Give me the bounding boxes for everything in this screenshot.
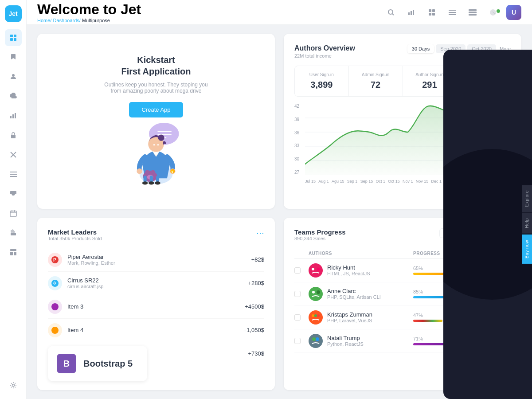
svg-rect-3 xyxy=(14,38,16,41)
anne-tech: PHP, SQLite, Artisan CLI xyxy=(327,294,381,300)
svg-point-73 xyxy=(309,287,323,301)
ricky-author: Ricky Hunt HTML, JS, ReactJS xyxy=(309,263,413,278)
sidebar-item-list[interactable] xyxy=(5,166,22,183)
svg-point-44 xyxy=(145,170,150,175)
tab-30days[interactable]: 30 Days xyxy=(407,44,434,53)
market-item-piper: P Piper Aerostar Mark, Rowling, Esther +… xyxy=(48,248,264,272)
kickstart-title: Kickstart First Application xyxy=(121,54,191,77)
sidebar-item-bookmark[interactable] xyxy=(5,49,22,66)
item3-icon xyxy=(48,300,62,314)
item4-info: Item 4 xyxy=(67,327,243,333)
stat-admin-signin: Admin Sign-in 72 xyxy=(349,66,403,96)
cirrus-sub: cirrus-aircraft.jsp xyxy=(67,284,248,289)
svg-rect-8 xyxy=(11,135,16,138)
svg-rect-5 xyxy=(10,116,12,118)
teams-title: Teams Progress xyxy=(294,228,346,236)
sidebar-item-puzzle[interactable] xyxy=(5,224,22,241)
svg-point-39 xyxy=(137,168,142,174)
sidebar-item-lock[interactable] xyxy=(5,127,22,144)
svg-rect-26 xyxy=(469,9,477,11)
svg-rect-10 xyxy=(10,174,17,175)
avatar[interactable]: U xyxy=(506,5,521,20)
sidebar-item-user[interactable] xyxy=(5,68,22,85)
svg-point-72 xyxy=(317,268,320,270)
dark-panel: Explore Help Buy now xyxy=(443,50,532,399)
svg-point-38 xyxy=(157,144,159,146)
kristaps-tech: PHP, Laravel, VueJS xyxy=(327,318,372,323)
sidebar-item-template[interactable] xyxy=(5,244,22,261)
sidebar-item-close[interactable] xyxy=(5,146,22,163)
header: Welcome to Jet Home/ Dashboards/ Multipu… xyxy=(27,0,532,25)
svg-rect-14 xyxy=(10,249,16,251)
item3-name: Item 3 xyxy=(67,303,245,310)
svg-point-65 xyxy=(51,303,59,310)
explore-tab[interactable]: Explore xyxy=(522,185,532,212)
kristaps-author: Kristaps Zumman PHP, Laravel, VueJS xyxy=(309,310,413,325)
svg-point-71 xyxy=(312,268,314,270)
svg-rect-1 xyxy=(14,35,16,37)
market-title-area: Market Leaders Total 350k Products Sold xyxy=(48,228,102,241)
illustration: $ xyxy=(121,117,192,188)
sidebar-item-cloud[interactable] xyxy=(5,88,22,105)
stat-user-signin-label: User Sign-in xyxy=(300,72,343,77)
svg-rect-2 xyxy=(10,38,13,41)
ricky-checkbox[interactable] xyxy=(294,267,301,274)
svg-point-76 xyxy=(309,310,323,325)
market-title: Market Leaders xyxy=(48,228,102,236)
svg-rect-9 xyxy=(10,172,17,172)
svg-rect-27 xyxy=(469,12,477,13)
svg-text:✈: ✈ xyxy=(53,280,57,286)
teams-subtitle: 890,344 Sales xyxy=(294,236,346,241)
menu-icon[interactable] xyxy=(445,5,459,20)
list-view-icon[interactable] xyxy=(466,5,480,20)
svg-rect-11 xyxy=(10,176,17,177)
natali-tech: Python, ReactJS xyxy=(327,341,364,347)
market-item-3: Item 3 +4500$ xyxy=(48,295,264,319)
analytics-icon[interactable] xyxy=(404,5,419,20)
sidebar-item-inbox[interactable] xyxy=(5,185,22,202)
content-wrapper: Kickstart First Application Outlines kee… xyxy=(27,25,532,399)
side-tabs: Explore Help Buy now xyxy=(522,185,532,264)
svg-point-81 xyxy=(312,337,316,341)
svg-point-51 xyxy=(149,181,154,184)
svg-point-82 xyxy=(316,337,319,341)
svg-rect-21 xyxy=(413,10,414,15)
ricky-tech: HTML, JS, ReactJS xyxy=(327,271,370,276)
svg-rect-13 xyxy=(11,233,16,235)
main-area: Welcome to Jet Home/ Dashboards/ Multipu… xyxy=(27,0,532,399)
kristaps-checkbox[interactable] xyxy=(294,314,301,321)
breadcrumb-current: Multipurpose xyxy=(82,18,110,23)
anne-author: Anne Clarc PHP, SQLite, Artisan CLI xyxy=(309,287,413,301)
grid-view-icon[interactable] xyxy=(425,5,439,20)
page-title: Welcome to Jet xyxy=(37,1,141,18)
buy-now-tab[interactable]: Buy now xyxy=(522,235,532,264)
sidebar-item-chart[interactable] xyxy=(5,107,22,124)
help-tab[interactable]: Help xyxy=(522,213,532,234)
chart-y-labels: 42 39 36 33 30 27 xyxy=(294,104,299,175)
stat-admin-signin-value: 72 xyxy=(354,80,397,90)
svg-rect-75 xyxy=(317,290,320,294)
search-icon[interactable] xyxy=(384,5,398,20)
market-more-button[interactable]: ⋯ xyxy=(256,228,264,238)
natali-checkbox[interactable] xyxy=(294,338,301,344)
bootstrap-icon: B xyxy=(57,354,76,373)
item4-value: +1,050$ xyxy=(243,327,264,333)
anne-checkbox[interactable] xyxy=(294,291,301,297)
sidebar-item-settings[interactable] xyxy=(5,377,22,394)
sidebar-logo[interactable]: Jet xyxy=(5,5,22,22)
stat-user-signin: User Sign-in 3,899 xyxy=(295,66,348,96)
svg-point-17 xyxy=(12,384,14,387)
item4-name: Item 4 xyxy=(67,327,243,333)
svg-rect-19 xyxy=(408,12,410,15)
svg-rect-28 xyxy=(469,14,477,16)
breadcrumb: Home/ Dashboards/ Multipurpose xyxy=(37,18,141,23)
sidebar-item-grid[interactable] xyxy=(5,29,22,46)
bootstrap-banner: B Bootstrap 5 xyxy=(48,346,147,381)
sidebar-item-calendar[interactable] xyxy=(5,205,22,222)
col-authors: AUTHORS xyxy=(309,251,413,256)
piper-value: +82$ xyxy=(251,256,264,263)
cirrus-name: Cirrus SR22 xyxy=(67,277,248,284)
market-item-4: Item 4 +1,050$ xyxy=(48,319,264,342)
stat-user-signin-value: 3,899 xyxy=(300,80,343,90)
ricky-name: Ricky Hunt xyxy=(327,264,370,271)
